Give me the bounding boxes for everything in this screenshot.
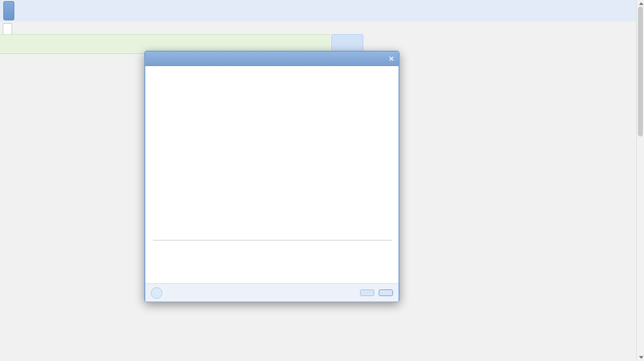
close-icon[interactable]: ✕ xyxy=(389,55,394,63)
add-to-dashboard-button[interactable] xyxy=(360,289,374,296)
modal-footer xyxy=(145,283,399,302)
clients-a-relancer-button[interactable] xyxy=(3,23,12,35)
help-button[interactable] xyxy=(151,287,162,299)
app-logo[interactable] xyxy=(3,1,14,20)
graph-modal: ✕ xyxy=(144,51,400,302)
modal-body xyxy=(145,66,399,302)
vertical-scrollbar[interactable] xyxy=(636,0,644,361)
modal-tabs xyxy=(153,240,392,240)
scrollbar-thumb[interactable] xyxy=(638,7,643,136)
toolbar xyxy=(0,0,636,21)
scroll-down-icon[interactable] xyxy=(639,356,643,359)
scroll-up-icon[interactable] xyxy=(639,2,643,5)
main-chart xyxy=(148,72,396,240)
fermer-button[interactable] xyxy=(379,289,393,296)
chart-title xyxy=(145,66,399,71)
modal-titlebar[interactable]: ✕ xyxy=(145,52,399,66)
app-window: ✕ xyxy=(0,0,644,361)
